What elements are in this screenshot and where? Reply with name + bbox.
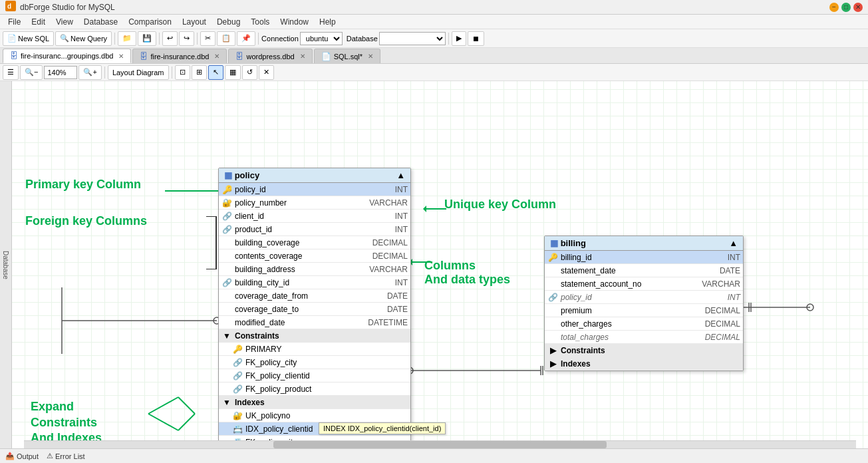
col-name: other_charges <box>561 319 700 329</box>
indexes-label: Indexes <box>235 398 265 407</box>
close-button[interactable]: ✕ <box>853 3 863 12</box>
table-row[interactable]: premium DECIMAL <box>545 304 743 317</box>
new-sql-button[interactable]: 📄 New SQL <box>3 31 54 46</box>
table-row[interactable]: modified_date DATETIME <box>219 316 410 329</box>
billing-indexes-section[interactable]: ▶ Indexes <box>545 357 743 371</box>
col-name: building_address <box>235 265 364 274</box>
tab-fire-insurance[interactable]: 🗄 fire-insurance.dbd ✕ <box>132 49 227 63</box>
indexes-section[interactable]: ▼ Indexes <box>219 396 410 409</box>
connection-dropdown[interactable]: ubuntu <box>300 32 343 45</box>
tab-wordpress[interactable]: 🗄 wordpress.dbd ✕ <box>228 49 312 63</box>
maximize-button[interactable]: □ <box>841 3 851 12</box>
menu-help[interactable]: Help <box>314 16 341 28</box>
separator <box>104 67 105 78</box>
table-row[interactable]: 🔑 billing_id INT <box>545 251 743 264</box>
menu-debug[interactable]: Debug <box>212 16 245 28</box>
new-query-button[interactable]: 🔍 New Query <box>55 31 112 46</box>
output-button[interactable]: 📤 Output <box>5 452 39 460</box>
menu-edit[interactable]: Edit <box>26 16 51 28</box>
policy-table-collapse[interactable]: ▲ <box>396 170 405 180</box>
menu-database[interactable]: Database <box>78 16 123 28</box>
execute-button[interactable]: ▶ <box>452 31 466 46</box>
col-type: DECIMAL <box>372 251 408 261</box>
app-title: dbForge Studio for MySQL <box>20 3 829 12</box>
redo-button[interactable]: ↪ <box>179 31 194 46</box>
save-button[interactable]: 💾 <box>138 31 156 46</box>
billing-table-header[interactable]: ▦ billing ▲ <box>545 236 743 251</box>
index-row[interactable]: 📇 IDX_policy_clientid INDEX IDX_policy_c… <box>219 422 410 436</box>
idx-icon: 📇 <box>232 424 243 434</box>
diagram-canvas[interactable]: Primary key Column Foreign key Columns C… <box>12 81 868 448</box>
tab-close-button4[interactable]: ✕ <box>368 53 373 60</box>
menu-layout[interactable]: Layout <box>177 16 212 28</box>
billing-fk-icon: 🔗 <box>547 292 558 303</box>
col-name: coverage_date_to <box>235 305 382 314</box>
table-row[interactable]: total_charges DECIMAL <box>545 331 743 344</box>
table-row[interactable]: 🔐 policy_number VARCHAR <box>219 196 410 210</box>
paste-button[interactable]: 📌 <box>237 31 255 46</box>
tab-fire-groupings[interactable]: 🗄 fire-insuranc...groupings.dbd ✕ <box>3 49 131 63</box>
zoom-in-button[interactable]: 🔍+ <box>78 65 101 80</box>
grid-button[interactable]: ⊞ <box>192 65 207 80</box>
menu-window[interactable]: Window <box>275 16 314 28</box>
tab-close-button3[interactable]: ✕ <box>300 53 305 60</box>
table-row[interactable]: 🔗 policy_id INT <box>545 291 743 304</box>
minimize-button[interactable]: − <box>829 3 839 12</box>
fk-icon4: 🔗 <box>232 357 243 368</box>
tab-close-button2[interactable]: ✕ <box>214 53 219 60</box>
table-row[interactable]: statement_date DATE <box>545 264 743 277</box>
constraint-name: FK_policy_city <box>245 358 408 367</box>
copy-button[interactable]: 📋 <box>217 31 235 46</box>
table-row[interactable]: building_coverage DECIMAL <box>219 236 410 249</box>
menu-view[interactable]: View <box>51 16 78 28</box>
error-icon: ⚠ <box>47 452 53 460</box>
billing-constraints-section[interactable]: ▶ Constraints <box>545 344 743 357</box>
table-row[interactable]: statement_account_no VARCHAR <box>545 277 743 291</box>
table-row[interactable]: 🔑 policy_id INT <box>219 183 410 196</box>
menu-tools[interactable]: Tools <box>245 16 275 28</box>
constraint-row[interactable]: 🔗 FK_policy_city <box>219 356 410 369</box>
fit-button[interactable]: ⊡ <box>175 65 190 80</box>
table-row[interactable]: coverage_date_to DATE <box>219 303 410 316</box>
error-list-button[interactable]: ⚠ Error List <box>47 452 85 460</box>
app-icon: d <box>5 1 16 13</box>
table-row[interactable]: building_address VARCHAR <box>219 263 410 276</box>
scrollbar-thumb[interactable] <box>273 441 606 448</box>
select-button[interactable]: ↖ <box>208 65 223 80</box>
sidebar-toggle[interactable]: ☰ <box>3 65 19 80</box>
billing-table-collapse[interactable]: ▲ <box>729 238 738 248</box>
db-sidebar[interactable]: Database <box>0 81 12 448</box>
menubar: File Edit View Database Comparison Layou… <box>0 15 868 29</box>
tab-sql[interactable]: 📄 SQL.sql* ✕ <box>314 49 380 63</box>
open-button[interactable]: 📁 <box>118 31 136 46</box>
tab-close-button[interactable]: ✕ <box>118 53 124 60</box>
zoom-input[interactable] <box>44 66 77 79</box>
table-button[interactable]: ▦ <box>225 65 241 80</box>
zoom-out-button[interactable]: 🔍− <box>20 65 43 80</box>
constraint-row[interactable]: 🔗 FK_policy_product <box>219 383 410 396</box>
layout-diagram-button[interactable]: Layout Diagram <box>108 65 169 80</box>
constraints-section[interactable]: ▼ Constraints <box>219 329 410 343</box>
tab-label4: SQL.sql* <box>334 53 362 61</box>
policy-table-header[interactable]: ▦ policy ▲ <box>219 168 410 183</box>
table-row[interactable]: 🔗 client_id INT <box>219 210 410 223</box>
undo-button[interactable]: ↩ <box>162 31 178 46</box>
table-row[interactable]: other_charges DECIMAL <box>545 317 743 331</box>
table-row[interactable]: contents_coverage DECIMAL <box>219 249 410 263</box>
refresh-button[interactable]: ↺ <box>242 65 257 80</box>
menu-comparison[interactable]: Comparison <box>123 16 177 28</box>
close-diagram-button[interactable]: ✕ <box>259 65 274 80</box>
constraint-row[interactable]: 🔗 FK_policy_clientid <box>219 369 410 383</box>
horizontal-scrollbar[interactable] <box>24 440 856 448</box>
annotation-unique-key: Unique key Column <box>444 198 556 212</box>
table-row[interactable]: 🔗 product_id INT <box>219 223 410 236</box>
table-row[interactable]: 🔗 building_city_id INT <box>219 276 410 289</box>
table-row[interactable]: coverage_date_from DATE <box>219 289 410 303</box>
menu-file[interactable]: File <box>3 16 26 28</box>
stop-button[interactable]: ⏹ <box>468 31 484 46</box>
database-dropdown[interactable] <box>379 32 446 45</box>
cut-button[interactable]: ✂ <box>200 31 216 46</box>
index-row[interactable]: 🔐 UK_policyno <box>219 409 410 422</box>
constraint-row[interactable]: 🔑 PRIMARY <box>219 343 410 356</box>
col-name: coverage_date_from <box>235 291 382 301</box>
